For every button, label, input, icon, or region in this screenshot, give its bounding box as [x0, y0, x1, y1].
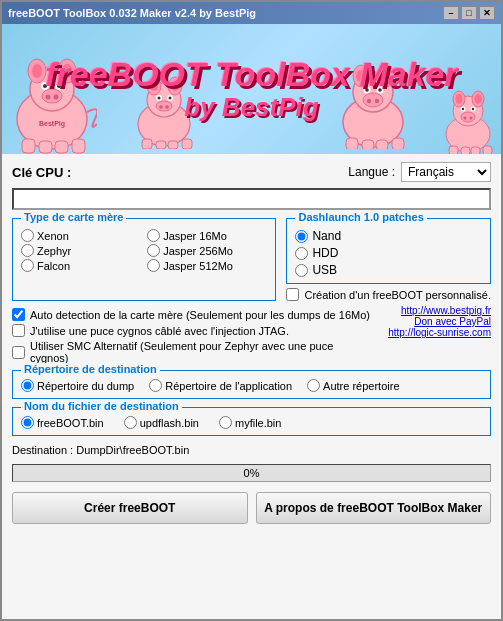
- radio-usb[interactable]: [295, 264, 308, 277]
- svg-rect-16: [72, 139, 85, 153]
- svg-point-61: [472, 108, 474, 110]
- apropos-button[interactable]: A propos de freeBOOT ToolBox Maker: [256, 492, 492, 524]
- dashlaunch-group: Dashlaunch 1.0 patches Nand HDD USB: [286, 218, 491, 284]
- auto-detect-checkbox[interactable]: [12, 308, 25, 321]
- smc-alternatif-checkbox[interactable]: [12, 346, 25, 359]
- carte-mere-jasper256[interactable]: Jasper 256Mo: [147, 244, 267, 257]
- carte-mere-xenon[interactable]: Xenon: [21, 229, 141, 242]
- radio-nand[interactable]: [295, 230, 308, 243]
- radio-jasper512[interactable]: [147, 259, 160, 272]
- svg-point-59: [462, 108, 464, 110]
- main-window: freeBOOT ToolBox 0.032 Maker v2.4 by Bes…: [0, 0, 503, 621]
- radio-falcon[interactable]: [21, 259, 34, 272]
- dest-dump-label: Répertoire du dump: [37, 380, 134, 392]
- radio-jasper16[interactable]: [147, 229, 160, 242]
- creer-freeboot-button[interactable]: Créer freeBOOT: [12, 492, 248, 524]
- svg-point-63: [464, 117, 467, 120]
- radio-dest-autre[interactable]: [307, 379, 320, 392]
- title-bar: freeBOOT ToolBox 0.032 Maker v2.4 by Bes…: [2, 2, 501, 24]
- fichier-updflash[interactable]: updflash.bin: [124, 416, 199, 429]
- nom-fichier-title: Nom du fichier de destination: [21, 400, 182, 412]
- radio-fichier-freeboot[interactable]: [21, 416, 34, 429]
- svg-rect-67: [471, 147, 480, 154]
- svg-rect-34: [182, 139, 192, 149]
- langue-select[interactable]: Français English Español: [401, 162, 491, 182]
- dashlaunch-nand[interactable]: Nand: [295, 229, 482, 243]
- bottom-buttons: Créer freeBOOT A propos de freeBOOT Tool…: [12, 492, 491, 524]
- progress-bar-text: 0%: [13, 465, 490, 481]
- radio-fichier-updflash[interactable]: [124, 416, 137, 429]
- puce-cygnos-checkbox[interactable]: [12, 324, 25, 337]
- radio-dest-dump[interactable]: [21, 379, 34, 392]
- carte-mere-jasper16[interactable]: Jasper 16Mo: [147, 229, 267, 242]
- svg-rect-49: [362, 140, 374, 149]
- radio-xenon[interactable]: [21, 229, 34, 242]
- svg-rect-32: [156, 141, 166, 149]
- dest-app[interactable]: Répertoire de l'application: [149, 379, 292, 392]
- destination-text: Destination : DumpDir\freeBOOT.bin: [12, 444, 491, 456]
- cle-cpu-lang-row: Clé CPU : Langue : Français English Espa…: [12, 162, 491, 182]
- radio-fichier-myfile[interactable]: [219, 416, 232, 429]
- repertoire-destination-group: Répertoire de destination Répertoire du …: [12, 370, 491, 399]
- dest-autre-label: Autre répertoire: [323, 380, 399, 392]
- svg-rect-33: [168, 141, 178, 149]
- svg-rect-13: [22, 139, 35, 153]
- carte-mere-group: Type de carte mère Xenon Jasper 16Mo Zep…: [12, 218, 276, 301]
- header-banner: BestPig freeBOOT ToolBox Maker by Bes: [2, 24, 501, 154]
- banner-line1: freeBOOT ToolBox Maker: [45, 56, 457, 93]
- carte-mere-title: Type de carte mère: [21, 211, 126, 223]
- window-title: freeBOOT ToolBox 0.032 Maker v2.4 by Bes…: [8, 7, 256, 19]
- svg-rect-51: [392, 138, 404, 149]
- carte-mere-falcon[interactable]: Falcon: [21, 259, 141, 272]
- minimize-button[interactable]: –: [443, 6, 459, 20]
- svg-rect-65: [449, 146, 458, 154]
- dest-dump[interactable]: Répertoire du dump: [21, 379, 134, 392]
- creation-personnalise-checkbox[interactable]: [286, 288, 299, 301]
- link-bestpig[interactable]: http://www.bestpig.fr: [381, 305, 491, 316]
- carte-mere-zephyr[interactable]: Zephyr: [21, 244, 141, 257]
- cle-cpu-label: Clé CPU :: [12, 165, 71, 180]
- dashlaunch-title: Dashlaunch 1.0 patches: [295, 211, 426, 223]
- content-area: Clé CPU : Langue : Français English Espa…: [2, 154, 501, 619]
- link-paypal[interactable]: Don avec PayPal: [381, 316, 491, 327]
- fichier-myfile[interactable]: myfile.bin: [219, 416, 281, 429]
- radio-jasper256[interactable]: [147, 244, 160, 257]
- svg-point-57: [475, 94, 482, 104]
- dashlaunch-hdd[interactable]: HDD: [295, 246, 482, 260]
- svg-rect-31: [142, 139, 152, 149]
- radio-dest-app[interactable]: [149, 379, 162, 392]
- radio-zephyr[interactable]: [21, 244, 34, 257]
- dashlaunch-usb[interactable]: USB: [295, 263, 482, 277]
- progress-bar-container: 0%: [12, 464, 491, 482]
- cle-cpu-input[interactable]: [12, 188, 491, 210]
- link-logicsunrise[interactable]: http://logic-sunrise.com: [381, 327, 491, 338]
- puce-cygnos-label: J'utilise une puce cygnos câblé avec l'i…: [30, 325, 289, 337]
- carte-mere-jasper512[interactable]: Jasper 512Mo: [147, 259, 267, 272]
- radio-hdd[interactable]: [295, 247, 308, 260]
- svg-point-3: [32, 64, 42, 78]
- fichier-freeboot-label: freeBOOT.bin: [37, 417, 104, 429]
- langue-label: Langue :: [348, 165, 395, 179]
- puce-cygnos-row: J'utilise une puce cygnos câblé avec l'i…: [12, 324, 373, 337]
- creation-personnalise-label: Création d'un freeBOOT personnalisé.: [304, 289, 491, 301]
- svg-rect-50: [376, 140, 388, 149]
- creation-personnalise-row: Création d'un freeBOOT personnalisé.: [286, 288, 491, 301]
- auto-detect-label: Auto detection de la carte mère (Seuleme…: [30, 309, 370, 321]
- repertoire-destination-title: Répertoire de destination: [21, 363, 160, 375]
- banner-title: freeBOOT ToolBox Maker by BestPig: [45, 56, 457, 122]
- links-area: http://www.bestpig.fr Don avec PayPal ht…: [381, 305, 491, 338]
- smc-alternatif-label: Utiliser SMC Alternatif (Seulement pour …: [30, 340, 373, 364]
- fichier-myfile-label: myfile.bin: [235, 417, 281, 429]
- maximize-button[interactable]: □: [461, 6, 477, 20]
- dest-autre[interactable]: Autre répertoire: [307, 379, 399, 392]
- dest-app-label: Répertoire de l'application: [165, 380, 292, 392]
- two-columns: Type de carte mère Xenon Jasper 16Mo Zep…: [12, 218, 491, 301]
- nom-fichier-radios: freeBOOT.bin updflash.bin myfile.bin: [21, 416, 482, 429]
- close-button[interactable]: ✕: [479, 6, 495, 20]
- svg-rect-66: [461, 147, 470, 154]
- fichier-freeboot[interactable]: freeBOOT.bin: [21, 416, 104, 429]
- svg-rect-68: [483, 146, 492, 154]
- svg-rect-15: [55, 141, 68, 153]
- carte-mere-grid: Xenon Jasper 16Mo Zephyr Jasper 256Mo Fa…: [21, 229, 267, 272]
- checkboxes-column: Auto detection de la carte mère (Seuleme…: [12, 305, 373, 364]
